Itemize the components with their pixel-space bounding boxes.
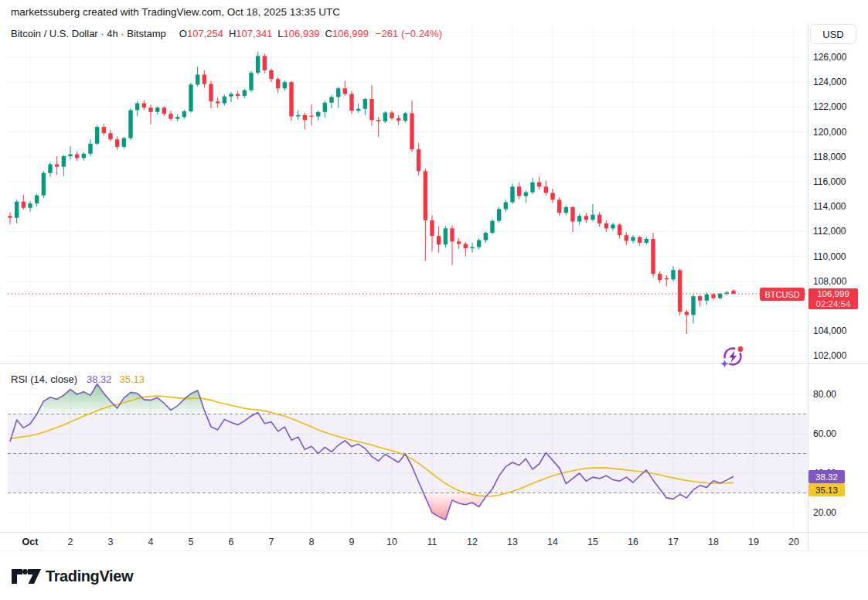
notification-dot <box>738 346 744 352</box>
price-axis-label: 102,000 <box>813 350 846 361</box>
ohlc-low: L106,939 <box>277 28 319 39</box>
time-axis-label: 17 <box>668 537 679 547</box>
time-axis-label: 12 <box>467 537 478 547</box>
time-axis-label: 6 <box>229 537 234 547</box>
ohlc-open: O107,254 <box>179 28 223 39</box>
price-axis-label: 124,000 <box>813 77 846 87</box>
chart-bottom-edge <box>0 551 868 551</box>
ai-spark-icon[interactable] <box>719 343 747 370</box>
price-axis-label: 112,000 <box>813 226 846 237</box>
chart-plot[interactable] <box>0 0 868 600</box>
symbol-legend: Bitcoin / U.S. Dollar · 4h · Bitstamp O1… <box>11 28 442 39</box>
currency-toggle-button[interactable]: USD <box>810 24 856 44</box>
time-axis-label: 11 <box>427 537 437 547</box>
lightning-bolt-icon <box>730 351 737 363</box>
price-axis-label: 122,000 <box>813 101 846 112</box>
tradingview-logo-text: TradingView <box>46 568 133 585</box>
time-axis-label: 15 <box>587 537 598 547</box>
time-axis-label: 5 <box>189 537 194 547</box>
price-change: −261 (−0.24%) <box>376 28 442 39</box>
price-axis-label: 118,000 <box>813 152 846 162</box>
time-axis-label: 4 <box>148 537 154 547</box>
time-axis-label: 2 <box>68 537 73 547</box>
rsi-axis-label: 80.00 <box>813 389 836 400</box>
time-axis-separator <box>0 532 868 533</box>
price-axis-label: 108,000 <box>813 276 846 287</box>
time-axis-label: Oct <box>22 537 39 547</box>
candlesticks <box>8 52 735 334</box>
rsi-legend: RSI (14, close) 38.32 35.13 <box>11 373 145 385</box>
rsi-axis-label: 60.00 <box>813 428 836 439</box>
rsi-axis-label: 20.00 <box>813 507 836 518</box>
rsi-axis-value-tag: 38.32 <box>808 470 845 483</box>
sparkle-icon <box>721 360 729 368</box>
tradingview-logo[interactable]: TradingView <box>9 564 133 588</box>
time-axis-label: 14 <box>547 537 558 547</box>
ohlc-high: H107,341 <box>229 28 272 39</box>
price-axis-label: 104,000 <box>813 326 846 336</box>
price-axis-label: 116,000 <box>813 176 846 187</box>
time-axis-label: 18 <box>708 537 719 547</box>
last-price-label: 106,999 02:24:54 <box>808 288 858 309</box>
bar-countdown: 02:24:54 <box>816 299 851 309</box>
price-axis-label: 114,000 <box>813 201 846 212</box>
price-axis-label: 120,000 <box>813 127 846 138</box>
price-axis-label: 110,000 <box>813 251 846 262</box>
ohlc-close: C106,999 <box>325 28 369 39</box>
symbol-title: Bitcoin / U.S. Dollar · 4h · Bitstamp <box>11 28 166 39</box>
price-axis-label: 126,000 <box>813 52 846 63</box>
time-axis-label: 10 <box>386 537 397 547</box>
time-axis-label: 13 <box>507 537 518 547</box>
time-axis-label: 3 <box>108 537 114 547</box>
time-axis-label: 9 <box>349 537 355 547</box>
rsi-title: RSI (14, close) <box>11 373 77 385</box>
tradingview-logo-icon <box>9 564 43 588</box>
time-axis-label: 16 <box>628 537 638 547</box>
time-axis-label: 20 <box>788 537 799 547</box>
time-axis-label: 19 <box>748 537 759 547</box>
rsi-ma-value: 35.13 <box>120 373 145 385</box>
time-axis-label: 7 <box>269 537 274 547</box>
symbol-price-tag: BTCUSD <box>760 288 805 301</box>
time-axis-label: 8 <box>309 537 315 547</box>
rsi-value: 38.32 <box>87 373 112 385</box>
rsi-ma-axis-value-tag: 35.13 <box>808 483 845 496</box>
last-price-value: 106,999 <box>817 289 849 299</box>
